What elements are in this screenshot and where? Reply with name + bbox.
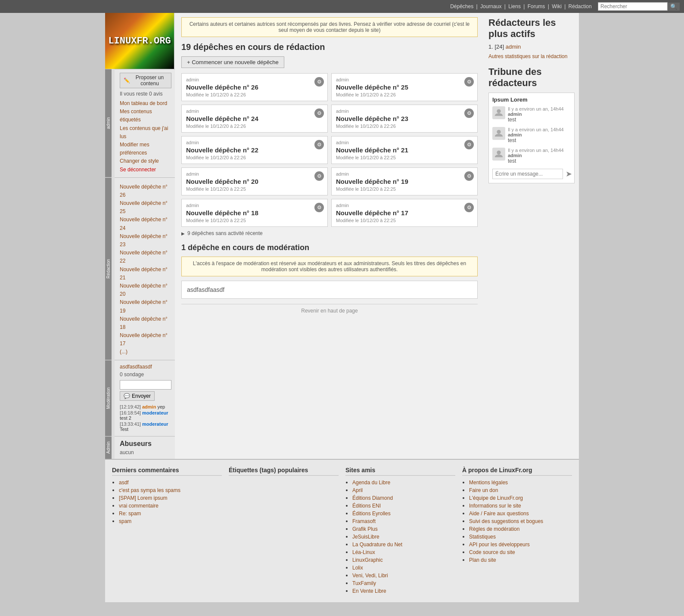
depeche-gear-19[interactable]: ⚙ [464,171,474,181]
footer-about-title: À propos de LinuxFr.org [462,467,572,476]
nav-depeches[interactable]: Dépêches [450,3,473,9]
more-depeches[interactable]: 9 dépêches sans activité récente [181,230,478,236]
redacteurs-stats: Autres statistiques sur la rédaction [488,53,575,59]
tribune-title: Tribune des rédacteurs [488,66,575,89]
depeche-gear-23[interactable]: ⚙ [464,108,474,118]
svg-point-2 [497,150,501,154]
back-to-top: Revenir en haut de page [181,304,478,314]
moderation-alert: L'accès à l'espace de modération est rés… [181,257,478,276]
abuseurs-title: Abuseurs [120,440,171,448]
depeche-card-19: admin Nouvelle dépêche n° 19 Modifiée le… [331,167,478,195]
depeche-card-25: admin Nouvelle dépêche n° 25 Modifiée le… [331,73,478,101]
pencil-icon: ✏️ [124,77,130,84]
footer-sites-list: Agenda du Libre April Éditions Diamond É… [345,479,455,594]
se-deconnecter-link[interactable]: Se déconnecter [120,166,171,174]
depeche-gear-22[interactable]: ⚙ [314,140,324,149]
moderation-count: 0 sondage [120,371,171,378]
redacteurs-stats-link[interactable]: Autres statistiques sur la rédaction [488,53,567,59]
footer-site-2: Éditions Diamond [352,495,455,501]
svg-point-1 [497,130,501,133]
redaction-link-25[interactable]: Nouvelle dépêche n° 25 [120,199,171,216]
tribune-entry-0: Il y a environ un an, 14h44 admin test [492,106,571,123]
footer-about-2: L'équipe de LinuxFr.org [469,495,572,501]
depeche-gear-25[interactable]: ⚙ [464,77,474,87]
depeche-card-26: admin Nouvelle dépêche n° 26 Modifiée le… [181,73,328,101]
right-sidebar: Rédacteurs les plus actifs 1. [24] admin… [484,13,579,459]
footer-sites-title: Sites amis [345,467,455,476]
footer-site-4: Éditions Eyrolles [352,510,455,517]
redaction-link-22[interactable]: Nouvelle dépêche n° 22 [120,249,171,265]
logo-area: LINUXFR.ORG [105,13,174,69]
nav-journaux[interactable]: Journaux [480,3,501,9]
send-button[interactable]: 💬 Envoyer [120,391,155,401]
footer-comment-4: Re: spam [119,510,222,517]
chat-input[interactable] [120,380,171,390]
footer-about-8: API pour les développeurs [469,541,572,548]
redaction-link-19[interactable]: Nouvelle dépêche n° 19 [120,298,171,315]
chat-entry-0: [12:19:42] admin yep [120,404,171,409]
footer-site-10: LinuxGraphic [352,557,455,563]
propose-contenu-button[interactable]: ✏️ Proposer un contenu [120,73,171,88]
tribune-avatar-0 [492,106,505,119]
redaction-link-26[interactable]: Nouvelle dépêche n° 26 [120,183,171,199]
depeche-card-21: admin Nouvelle dépêche n° 21 Modifiée le… [331,136,478,164]
redaction-link-18[interactable]: Nouvelle dépêche n° 18 [120,315,171,331]
footer-comment-1: c'est pas sympa les spams [119,487,222,493]
tribune-entry-2: Il y a environ un an, 14h44 admin test [492,148,571,164]
sidebar-admin-abuseurs: Admin Abuseurs aucun [115,436,175,459]
changer-style-link[interactable]: Changer de style [120,157,171,165]
depeche-gear-18[interactable]: ⚙ [314,203,324,212]
alert-box: Certains auteurs et certaines autrices s… [181,17,478,37]
send-icon: ➤ [566,170,572,178]
depeche-gear-20[interactable]: ⚙ [314,171,324,181]
mes-contenus-etiquetes-link[interactable]: Mes contenus étiquetés [120,108,171,124]
redaction-link-20[interactable]: Nouvelle dépêche n° 20 [120,282,171,298]
nav-wiki[interactable]: Wiki [552,3,562,9]
nav-liens[interactable]: Liens [508,3,521,9]
redacteur-link-admin[interactable]: admin [506,43,521,50]
sidebar-moderation: Modération asdfasdfaasdf 0 sondage 💬 Env… [115,360,175,436]
footer-site-7: JeSuisLibre [352,533,455,540]
tribune-message-input[interactable] [492,169,563,179]
redaction-link-23[interactable]: Nouvelle dépêche n° 23 [120,232,171,249]
moderation-section-title: 1 dépêche en cours de modération [181,243,478,252]
footer-site-0: Agenda du Libre [352,479,455,486]
redacteur-item-0: 1. [24] admin [488,43,575,50]
moderation-item-link[interactable]: asdfasdfaasdf [120,364,171,370]
new-depeche-button[interactable]: + Commencer une nouvelle dépêche [181,56,284,68]
redaction-link-24[interactable]: Nouvelle dépêche n° 24 [120,216,171,232]
nav-forums[interactable]: Forums [528,3,545,9]
redaction-link-17[interactable]: Nouvelle dépêche n° 17 [120,331,171,348]
mon-tableau-bord-link[interactable]: Mon tableau de bord [120,99,171,108]
depeche-card-18: admin Nouvelle dépêche n° 18 Modifiée le… [181,199,328,227]
tribune-box: Ipsum Lorem Il y a environ un an, 14h44 … [488,93,575,183]
footer-col-sites: Sites amis Agenda du Libre April Édition… [345,467,455,595]
tribune-header: Ipsum Lorem [492,96,571,103]
left-sidebar: LINUXFR.ORG admin ✏️ Proposer un contenu… [105,13,175,459]
footer-site-6: Grafik Plus [352,526,455,532]
nav-redaction[interactable]: Rédaction [569,3,592,9]
depeches-grid: admin Nouvelle dépêche n° 26 Modifiée le… [181,73,478,227]
chat-entry-2: [13:33:41] moderateur Test [120,421,171,432]
depeche-gear-21[interactable]: ⚙ [464,140,474,149]
depeche-gear-24[interactable]: ⚙ [314,108,324,118]
tribune-entry-1: Il y a environ un an, 14h44 admin test [492,127,571,143]
les-contenus-lus-link[interactable]: Les contenus que j'ai lus [120,124,171,141]
footer-col-comments: Derniers commentaires asdf c'est pas sym… [112,467,222,595]
depeche-gear-17[interactable]: ⚙ [464,203,474,212]
search-button[interactable]: 🔍 [668,3,680,11]
redacteurs-title: Rédacteurs les plus actifs [488,17,575,40]
search-input[interactable] [598,2,668,11]
avis-info: Il vous reste 0 avis [120,91,171,97]
redaction-link-21[interactable]: Nouvelle dépêche n° 21 [120,266,171,282]
back-to-top-link[interactable]: Revenir en haut de page [301,308,358,314]
footer-about-7: Statistiques [469,533,572,540]
modifier-preferences-link[interactable]: Modifier mes préférences [120,141,171,157]
footer-comment-2: [SPAM] Lorem ipsum [119,495,222,501]
tribune-avatar-2 [492,148,505,161]
footer-site-5: Framasoft [352,518,455,524]
footer-tags-title: Étiquettes (tags) populaires [229,467,339,476]
redaction-link-more[interactable]: (...) [120,348,171,356]
tribune-send-button[interactable]: ➤ [565,168,573,180]
depeche-gear-26[interactable]: ⚙ [314,77,324,87]
